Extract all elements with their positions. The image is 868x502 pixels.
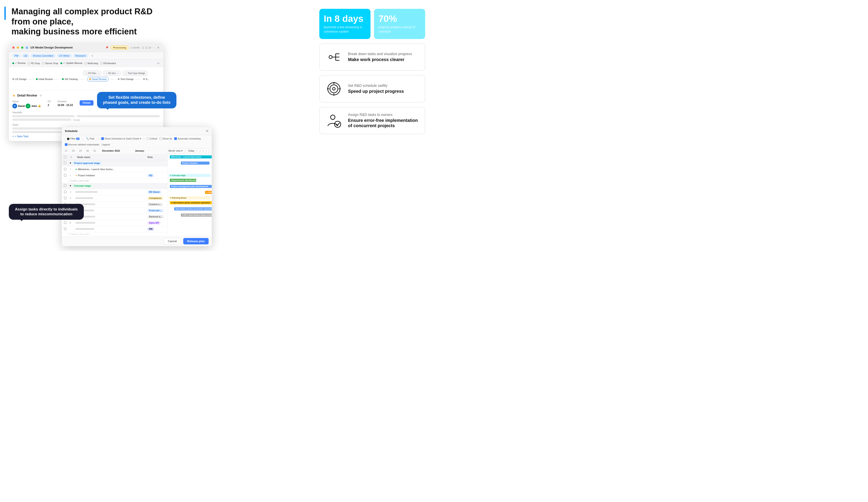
role-backend: Backend d...: [147, 215, 164, 218]
legend-option[interactable]: Legend: [102, 143, 110, 146]
col-node-name: Node name: [77, 156, 145, 159]
meta-owner: Owner D David J John 🔔: [12, 100, 41, 108]
recover-option[interactable]: Recover deleted nodes/tasks: [65, 143, 100, 146]
planning-phase-bar: ● Planning phase: [169, 196, 210, 199]
svg-point-7: [330, 85, 338, 93]
node-da-tracking[interactable]: DA Tracking: [62, 78, 78, 81]
december-label: December 2022: [102, 149, 120, 152]
gantt-right: Milestones - Launch New Series Project I…: [168, 155, 212, 236]
gbar-feature3: 2 PD ● New feature phase promotion ope: [181, 213, 212, 217]
update-dot: [60, 62, 62, 64]
node-s[interactable]: S...: [143, 78, 149, 81]
node-detail-review[interactable]: Detail Review: [87, 77, 108, 81]
filter-da-needed[interactable]: DA Needed: [100, 62, 116, 65]
critical-checkbox[interactable]: [146, 137, 149, 140]
month-nav-row: 2728293031 December 2022 January Month v…: [62, 147, 212, 155]
gantt-close-btn[interactable]: ✕: [206, 129, 209, 133]
tab-ue[interactable]: UE: [22, 54, 30, 58]
show-de-checkbox[interactable]: [159, 137, 162, 140]
tab-research[interactable]: Research: [73, 54, 88, 58]
create-node-2[interactable]: + Create a new node: [62, 232, 167, 235]
cancel-button[interactable]: Cancel: [164, 238, 181, 244]
stats-row: In 8 days launched a live-streaming e-co…: [319, 9, 425, 39]
show-schedules-option[interactable]: Show Schedules & Gantt Charts ▾: [101, 137, 141, 140]
role-rd-owner: RD Owner: [147, 190, 161, 194]
gantt-row-2: 2 ● Project Initiation RD: [62, 172, 167, 179]
close-dot[interactable]: [12, 46, 14, 49]
svg-point-6: [328, 83, 340, 95]
month-view-btn[interactable]: Month view ▾: [166, 148, 185, 153]
empty-label: Empty: [73, 118, 80, 121]
stat-number-percent: 70%: [379, 14, 421, 23]
role-pm: PM: [147, 228, 154, 231]
tasks-label: Tasks: [12, 123, 160, 126]
filter-multi-lang[interactable]: Multi-lang: [84, 62, 98, 65]
gantt-header-row: # Node name Role: [62, 155, 167, 160]
tab-ux-writer[interactable]: UX Writer: [57, 54, 72, 58]
auto-scheduling-checkbox[interactable]: [174, 137, 177, 140]
find-button[interactable]: 🔍 Find: [84, 136, 96, 141]
node-tech-design[interactable]: Tech Design: [118, 78, 134, 81]
window-close-btn[interactable]: ✕: [157, 46, 160, 49]
tab-pm[interactable]: PM: [12, 54, 21, 58]
release-plan-button[interactable]: Release plan: [183, 238, 209, 244]
node-test-case[interactable]: → Test Case Design: [123, 71, 147, 76]
role-open-api: Open API: [147, 221, 161, 224]
filter-button[interactable]: ⬤ Filter 6: [65, 136, 82, 141]
finish-button[interactable]: Finish: [80, 100, 93, 106]
meta-schedule: Schedule 10.09 - 10.22: [57, 100, 73, 107]
stat-desc-percent: projects progress ahead of schedule: [379, 25, 421, 34]
feature-label-speed: Set R&D schedule swiftly: [348, 84, 404, 88]
tab-review-committee[interactable]: Review Committee: [31, 54, 55, 58]
create-node-1[interactable]: + Create a new node: [62, 179, 167, 183]
expand-dot[interactable]: [21, 46, 23, 49]
gantt-rows: ▾ Project approval stage 1 ● Miles: [62, 160, 167, 235]
stage-project-approval: ▾ Project approval stage: [62, 160, 167, 166]
filter-row: ✓ Review FE Gray Server Gray ✓ Update Ma…: [9, 60, 163, 67]
stat-desc-days: launched a live-streaming e-commerce sys…: [324, 25, 366, 34]
node-fe-plan[interactable]: → FE Plan →: [83, 71, 101, 76]
person-check-icon-feature: [325, 112, 343, 129]
handoff-bar-2: [77, 115, 160, 117]
gantt-row-pm: PM: [62, 226, 167, 232]
filter-review[interactable]: ✓ Review: [12, 62, 25, 65]
feature-title-speed: Speed up project progress: [348, 88, 404, 94]
node-fe-dev[interactable]: → FE Dev →: [103, 71, 121, 76]
workflow-nodes: UX Design ——→ Initial Review ——→ DA Trac…: [12, 77, 160, 83]
stat-number-days: In 8 days: [324, 14, 366, 23]
feature-title-process: Make work process clearer: [348, 57, 412, 62]
node-ux-design[interactable]: UX Design: [12, 78, 27, 81]
gantt-titlebar: Schedule ✕: [62, 127, 212, 135]
svg-point-13: [331, 115, 335, 119]
filter-icon: ⬤: [67, 137, 70, 140]
feature-text-assign: Assign R&D tasks to owners Ensure error-…: [348, 113, 420, 128]
tab-add[interactable]: +: [89, 53, 95, 58]
prev-btn[interactable]: ‹: [198, 148, 203, 153]
minimize-dot[interactable]: [17, 46, 19, 49]
critical-option[interactable]: Critical: [146, 137, 157, 140]
feature-title-assign: Ensure error-free implementation of conc…: [348, 118, 420, 128]
next-btn[interactable]: ›: [204, 148, 209, 153]
filter-update-manual[interactable]: ✓ Update Manual: [60, 62, 82, 65]
gbar-cdcp: ● CDCP Decision Review: [205, 191, 212, 194]
node-initial-review[interactable]: Initial Review: [36, 78, 53, 81]
filter-server-gray[interactable]: Server Gray: [42, 62, 58, 65]
today-btn[interactable]: Today: [186, 148, 196, 153]
january-label: January: [135, 149, 144, 152]
col-role: Role: [147, 156, 165, 159]
avatar-row: D David J John 🔔: [12, 104, 41, 108]
expand-icon: ▾: [70, 161, 71, 165]
recover-checkbox[interactable]: [65, 143, 68, 146]
gbar-req: Requirements Identification: [170, 179, 196, 182]
upper-nodes: → FE Plan → → FE Dev → → Test Case Desig…: [83, 71, 160, 76]
auto-scheduling-option[interactable]: Automatic scheduling: [174, 137, 201, 140]
workflow-area: → FE Plan → → FE Dev → → Test Case Desig…: [9, 67, 163, 90]
grid-icon: ⊞: [40, 94, 42, 97]
headline: Managing all complex product R&D from on…: [11, 7, 153, 37]
filter-fe-gray[interactable]: FE Gray: [28, 62, 40, 65]
gantt-body: # Node name Role ▾ Project approval stag…: [62, 155, 212, 236]
show-de-option[interactable]: Show de: [159, 137, 172, 140]
feature-card-process: Break down tasks and visualize progress …: [319, 43, 425, 71]
show-schedules-checkbox[interactable]: [101, 137, 104, 140]
gbar-feature2: New feature phase promotion operation 5 …: [174, 207, 212, 210]
